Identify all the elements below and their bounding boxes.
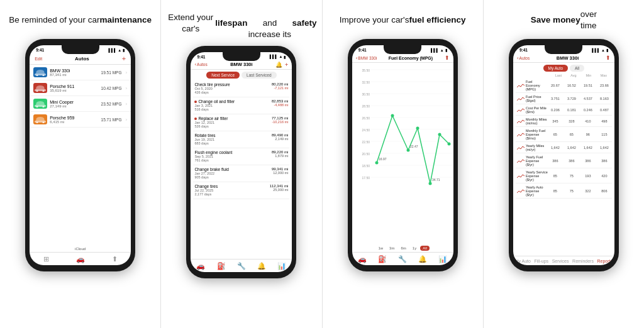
reports-icon[interactable]: Reports — [597, 259, 613, 263]
phone-3: 9:41 ▌▌▌ ▲ ▮ ‹ BMW 330i Fuel Economy (MP… — [348, 39, 458, 271]
status-time: 9:41 — [358, 48, 367, 52]
share-icon[interactable]: ⬆ — [606, 55, 611, 61]
car-info: BMW 330i 87,341 mi — [50, 68, 98, 77]
phone-screen: 9:41 ▌▌▌ ▲ ▮ ‹ BMW 330i Fuel Economy (MP… — [352, 45, 453, 265]
bell-icon[interactable]: 🔔 — [275, 62, 282, 68]
reminders-icon[interactable]: 🔔 — [257, 262, 266, 270]
mini-chart-icon — [517, 107, 525, 113]
car-name: Mini Cooper — [50, 100, 98, 104]
share-icon[interactable]: ⬆ — [445, 55, 450, 61]
service-diff: -7,121 mi — [272, 86, 288, 90]
car-icon[interactable]: 🚗 — [76, 255, 85, 263]
service-stats: 80,220 mi -7,121 mi — [272, 82, 288, 94]
service-item[interactable]: Change oil and filter Jan 3, 2021 516 da… — [193, 97, 289, 114]
reminders-icon[interactable]: Reminders — [572, 259, 594, 263]
svg-line-32 — [377, 116, 392, 163]
stat-value: 65 — [565, 133, 578, 136]
stat-value: 23.66 — [598, 84, 611, 87]
myauto-icon[interactable]: 🚗 — [196, 262, 205, 270]
fillups-icon[interactable]: ⛽ — [378, 255, 387, 263]
time-tab-1w[interactable]: 1w — [375, 246, 386, 251]
column-header: Avg — [567, 74, 580, 77]
stat-value: 0.206 — [549, 108, 562, 112]
stat-item: Yearly Service Expense ($/yr)8575193420 — [516, 168, 612, 183]
phone-notch — [223, 52, 260, 61]
tab-my-auto[interactable]: My Auto — [543, 65, 568, 72]
stat-item: Fuel Price ($/gal)3.7513.7294.5378.163 — [516, 93, 612, 104]
stat-name: Yearly Miles (mi/yr) — [526, 144, 548, 151]
svg-text:20.50: 20.50 — [362, 152, 370, 156]
stat-values: 8575193420 — [549, 174, 611, 178]
bottom-bar: 🚗 ⛽ 🔧 🔔 📊 — [191, 259, 292, 272]
back-button[interactable]: ‹ BMW 330i — [356, 55, 377, 61]
car-item[interactable]: Mini Cooper 27,149 mi23.52 MPG› — [30, 96, 131, 112]
battery-icon: ▮ — [284, 55, 286, 59]
service-item[interactable]: Check tire pressure Oct 5, 2020 426 days… — [193, 80, 289, 97]
back-button[interactable]: ‹ Autos — [517, 55, 530, 61]
car-miles: 27,149 mi — [50, 104, 98, 108]
myauto-icon[interactable]: My Auto — [515, 259, 531, 263]
service-diff: 2,149 mi — [272, 137, 288, 141]
time-tab-1y[interactable]: 1y — [410, 246, 419, 251]
svg-point-46 — [438, 133, 441, 136]
phone-notch — [384, 45, 421, 54]
services-icon[interactable]: Services — [552, 259, 569, 263]
car-item[interactable]: BMW 330i 87,341 mi19.51 MPG› — [30, 65, 131, 80]
time-tab-6m[interactable]: 6m — [398, 246, 408, 251]
car-info: Porsche 959 6,415 mi — [50, 116, 98, 124]
stat-values: 1,6421,6421,6421,642 — [549, 146, 611, 150]
time-range-tabs: 1w3m6m1yAll — [352, 244, 453, 252]
service-name: Check tire pressure — [194, 82, 230, 87]
car-item[interactable]: Porsche 911 35,619 mi10.42 MPG› — [30, 80, 131, 96]
tab-all[interactable]: All — [570, 65, 584, 72]
car-info: Mini Cooper 27,149 mi — [50, 100, 98, 108]
phone-notch — [545, 45, 582, 54]
stats-tabs: My AutoAll — [513, 63, 614, 74]
service-item[interactable]: Rotate tires Jun 19, 2021 683 days 89,49… — [193, 131, 289, 148]
car-item[interactable]: Porsche 959 6,415 mi15.71 MPG› — [30, 112, 131, 128]
status-time: 9:41 — [519, 48, 528, 52]
nav-title: BMW 330i — [530, 55, 606, 61]
service-info: Replace air filter Jan 12, 2021 526 days — [194, 116, 228, 128]
status-icons: ▌▌▌ ▲ ▮ — [108, 48, 125, 52]
fillups-icon[interactable]: ⛽ — [217, 262, 226, 270]
add-button[interactable]: + — [122, 55, 126, 62]
grid-icon[interactable]: ⊞ — [43, 255, 49, 263]
time-tab-3m[interactable]: 3m — [387, 246, 397, 251]
myauto-icon[interactable]: 🚗 — [358, 255, 367, 263]
service-item[interactable]: Replace air filter Jan 12, 2021 526 days… — [193, 114, 289, 131]
reports-icon[interactable]: 📊 — [277, 262, 286, 270]
service-item[interactable]: Change tires Jul 22, 2025 2,177 days 112… — [193, 182, 289, 199]
time-tab-All[interactable]: All — [420, 246, 430, 251]
stat-values: 386386386386 — [549, 159, 611, 163]
tab-next-service[interactable]: Next Service — [206, 72, 240, 79]
stat-values: 0.2060.1810.2460.487 — [549, 108, 611, 112]
reminders-icon[interactable]: 🔔 — [418, 255, 427, 263]
car-miles: 6,415 mi — [50, 120, 98, 124]
share-icon[interactable]: ⬆ — [112, 255, 118, 263]
service-info: Flush engine coolant Sep 5, 2021 761 day… — [194, 150, 232, 162]
service-days: 526 days — [194, 124, 228, 128]
fillups-icon[interactable]: Fill-ups — [535, 259, 549, 263]
add-icon[interactable]: + — [285, 62, 288, 68]
back-button[interactable]: ‹ Autos — [194, 62, 207, 67]
battery-icon: ▮ — [123, 48, 125, 52]
stat-item: Cost Per Mile ($/mi)0.2060.1810.2460.487 — [516, 104, 612, 116]
phone-screen: 9:41 ▌▌▌ ▲ ▮ ‹ Autos BMW 330i ⬆ My AutoA… — [513, 45, 614, 265]
services-icon[interactable]: 🔧 — [237, 262, 246, 270]
svg-point-38 — [375, 161, 378, 165]
reports-icon[interactable]: 📊 — [438, 255, 447, 263]
tab-last-serviced[interactable]: Last Serviced — [242, 72, 276, 79]
phone-notch — [62, 45, 99, 54]
edit-button[interactable]: Edit — [35, 57, 42, 61]
svg-text:22.50: 22.50 — [362, 140, 370, 144]
service-stats: 112,341 mi 25,000 mi — [270, 184, 289, 196]
stat-value: 1,642 — [549, 146, 562, 150]
wifi-icon: ▲ — [279, 55, 282, 58]
svg-point-43 — [416, 127, 419, 130]
service-item[interactable]: Change brake fluid Jan 27, 2022 905 days… — [193, 165, 289, 182]
service-item[interactable]: Flush engine coolant Sep 5, 2021 761 day… — [193, 148, 289, 165]
icloud-label: iCloud — [30, 247, 131, 252]
services-icon[interactable]: 🔧 — [398, 255, 407, 263]
bottom-bar: ⊞ 🚗 ⬆ — [30, 252, 131, 265]
